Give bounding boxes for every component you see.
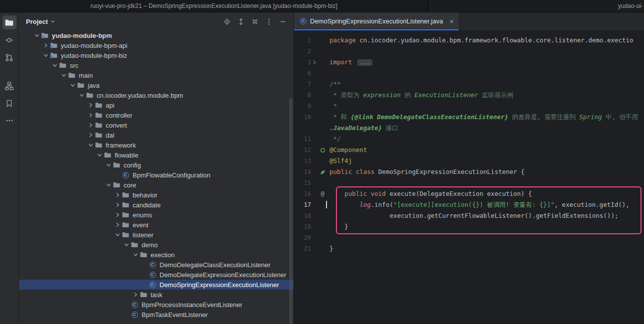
tree-item[interactable]: CDemoDelegateClassExecutionListener bbox=[19, 260, 294, 270]
tree-item[interactable]: framework bbox=[19, 140, 294, 150]
chevron-expanded-icon[interactable] bbox=[96, 153, 104, 158]
pull-requests-icon[interactable] bbox=[2, 50, 16, 64]
tree-item-label: cn.iocoder.yudao.module.bpm bbox=[97, 92, 183, 99]
code-line[interactable]: 16@ public void execute(DelegateExecutio… bbox=[294, 188, 644, 199]
tree-item[interactable]: yudao-module-bpm bbox=[19, 30, 294, 40]
chevron-collapsed-icon[interactable] bbox=[87, 113, 95, 118]
tree-item[interactable]: yudao-module-bpm-biz bbox=[19, 50, 294, 60]
chevron-expanded-icon[interactable] bbox=[105, 182, 113, 187]
tree-item[interactable]: config bbox=[19, 160, 294, 170]
code-line[interactable]: 11 */ bbox=[294, 134, 644, 145]
tree-item[interactable]: exection bbox=[19, 250, 294, 260]
tree-item[interactable]: main bbox=[19, 70, 294, 80]
tree-item[interactable]: controller bbox=[19, 110, 294, 120]
code-text: * bbox=[327, 101, 337, 112]
more-icon[interactable] bbox=[2, 114, 16, 128]
chevron-collapsed-icon[interactable] bbox=[114, 192, 122, 197]
chevron-expanded-icon[interactable] bbox=[114, 232, 122, 237]
code-text: */ bbox=[327, 134, 341, 145]
options-icon[interactable] bbox=[265, 18, 273, 25]
line-number: 11 bbox=[294, 134, 311, 145]
chevron-collapsed-icon[interactable] bbox=[42, 43, 50, 48]
hide-icon[interactable] bbox=[279, 18, 287, 25]
code-line[interactable]: .JavaDelegate} 接口 bbox=[294, 123, 644, 134]
project-icon[interactable] bbox=[2, 15, 16, 29]
code-line[interactable]: 2 bbox=[294, 46, 644, 57]
code-line[interactable]: 21} bbox=[294, 243, 644, 254]
chevron-collapsed-icon[interactable] bbox=[87, 123, 95, 128]
code-line[interactable]: 8 * 类型为 expression 的 ExecutionListener 监… bbox=[294, 90, 644, 101]
code-line[interactable]: 13@Slf4j bbox=[294, 156, 644, 166]
structure-icon[interactable] bbox=[2, 79, 16, 93]
tab-close-icon[interactable]: × bbox=[450, 17, 454, 25]
tree-item[interactable]: candidate bbox=[19, 200, 294, 210]
chevron-expanded-icon[interactable] bbox=[105, 162, 113, 167]
tree-item[interactable]: convert bbox=[19, 120, 294, 130]
tree-item[interactable]: demo bbox=[19, 240, 294, 250]
chevron-expanded-icon[interactable] bbox=[60, 73, 68, 78]
tree-item[interactable]: enums bbox=[19, 210, 294, 220]
commit-icon[interactable] bbox=[2, 33, 16, 47]
code-line[interactable]: 7/** bbox=[294, 79, 644, 90]
chevron-expanded-icon[interactable] bbox=[87, 143, 95, 148]
tree-item-label: enums bbox=[133, 211, 152, 219]
code-line[interactable]: 14public class DemoSpringExpressionExecu… bbox=[294, 166, 644, 177]
tree-item[interactable]: event bbox=[19, 220, 294, 230]
tree-item[interactable]: task bbox=[19, 290, 294, 300]
gutter-spacer bbox=[318, 101, 327, 112]
code-line[interactable]: 10 * 和 {@link DemoDelegateClassExecution… bbox=[294, 112, 644, 123]
chevron-expanded-icon[interactable] bbox=[42, 53, 50, 58]
chevron-expanded-icon[interactable] bbox=[33, 33, 41, 38]
spring-leaf-icon[interactable] bbox=[318, 166, 327, 177]
chevron-collapsed-icon[interactable] bbox=[114, 202, 122, 207]
editor-tab[interactable]: C DemoSpringExpressionExecutionListener.… bbox=[294, 12, 459, 30]
tree-item[interactable]: CBpmProcessInstanceEventListener bbox=[19, 300, 294, 310]
tree-item[interactable]: CDemoSpringExpressionExecutionListener bbox=[19, 280, 294, 290]
tree-item[interactable]: java bbox=[19, 80, 294, 90]
tree-item[interactable]: yudao-module-bpm-api bbox=[19, 40, 294, 50]
at-icon[interactable]: @ bbox=[318, 188, 327, 199]
code-line[interactable]: 19 } bbox=[294, 221, 644, 232]
chevron-expanded-icon[interactable] bbox=[132, 252, 140, 257]
code-line[interactable]: 9 * bbox=[294, 101, 644, 112]
tree-item[interactable]: behavior bbox=[19, 190, 294, 200]
tree-item[interactable]: listener bbox=[19, 230, 294, 240]
tree-item[interactable]: core bbox=[19, 180, 294, 190]
tree-item[interactable]: src bbox=[19, 60, 294, 70]
code-line[interactable]: 15 bbox=[294, 177, 644, 188]
code-line[interactable]: 12@Component bbox=[294, 145, 644, 156]
project-panel-title[interactable]: Project bbox=[26, 18, 55, 25]
spring-bean-icon[interactable] bbox=[318, 145, 327, 156]
code-line[interactable]: 17 log.info("[execute][execution({}) 被调用… bbox=[294, 199, 644, 210]
expand-all-icon[interactable] bbox=[237, 18, 245, 25]
chevron-collapsed-icon[interactable] bbox=[87, 103, 95, 108]
chevron-expanded-icon[interactable] bbox=[69, 83, 77, 88]
chevron-expanded-icon[interactable] bbox=[123, 242, 131, 247]
chevron-collapsed-icon[interactable] bbox=[87, 133, 95, 138]
project-scrollbar[interactable] bbox=[289, 98, 293, 324]
code-line[interactable]: 3import ... bbox=[294, 57, 644, 68]
code-editor[interactable]: 1package cn.iocoder.yudao.module.bpm.fra… bbox=[294, 31, 644, 324]
chevron-collapsed-icon[interactable] bbox=[114, 212, 122, 217]
tree-item[interactable]: CBpmTaskEventListener bbox=[19, 310, 294, 320]
tree-item[interactable]: api bbox=[19, 100, 294, 110]
locate-icon[interactable] bbox=[223, 18, 231, 25]
fold-collapsed-icon[interactable] bbox=[311, 57, 318, 68]
code-line[interactable]: 18 execution.getCurrentFlowableListener(… bbox=[294, 210, 644, 221]
collapse-all-icon[interactable] bbox=[251, 18, 259, 25]
fold-spacer bbox=[311, 210, 318, 221]
code-text: import ... bbox=[327, 57, 372, 68]
tree-item[interactable]: dal bbox=[19, 130, 294, 140]
chevron-collapsed-icon[interactable] bbox=[114, 222, 122, 227]
tree-item[interactable]: CDemoDelegateExpressionExecutionListener bbox=[19, 270, 294, 280]
code-line[interactable]: 20 bbox=[294, 232, 644, 243]
code-line[interactable]: 1package cn.iocoder.yudao.module.bpm.fra… bbox=[294, 35, 644, 46]
tree-item[interactable]: cn.iocoder.yudao.module.bpm bbox=[19, 90, 294, 100]
code-line[interactable]: 6 bbox=[294, 68, 644, 79]
tree-item[interactable]: flowable bbox=[19, 150, 294, 160]
tree-item[interactable]: CBpmFlowableConfiguration bbox=[19, 170, 294, 180]
chevron-collapsed-icon[interactable] bbox=[132, 292, 140, 297]
chevron-expanded-icon[interactable] bbox=[78, 93, 86, 98]
bookmarks-icon[interactable] bbox=[2, 96, 16, 110]
chevron-expanded-icon[interactable] bbox=[51, 63, 59, 68]
